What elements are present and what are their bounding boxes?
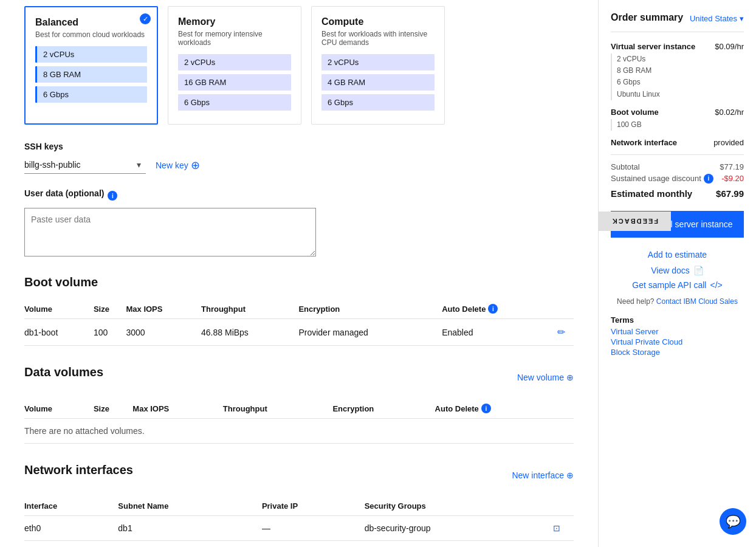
chat-icon: 💬 [726, 514, 741, 529]
country-selector[interactable]: United States ▾ [690, 14, 744, 23]
user-data-textarea[interactable] [24, 208, 316, 256]
need-help-label: Need help? [617, 297, 654, 306]
discount-label-wrapper: Sustained usage discount i [611, 174, 713, 184]
terms-vpc[interactable]: Virtual Private Cloud [611, 337, 744, 346]
add-estimate-button[interactable]: Add to estimate [611, 244, 744, 266]
order-item-boot: Boot volume $0.02/hr 100 GB [611, 108, 744, 131]
ni-col-security-groups: Security Groups [365, 497, 553, 516]
dv-col-volume: Volume [24, 399, 94, 419]
spec-vcpu-memory: 2 vCPUs [178, 54, 291, 71]
profile-desc-balanced: Best for common cloud workloads [35, 30, 147, 39]
profile-title-compute: Compute [321, 16, 435, 27]
order-item-boot-row: Boot volume $0.02/hr [611, 108, 744, 117]
profile-desc-memory: Best for memory intensive workloads [178, 30, 291, 47]
contact-sales-link[interactable]: Contact IBM Cloud Sales [656, 297, 738, 306]
order-item-network: Network interface provided [611, 138, 744, 147]
col-encryption: Encryption [298, 299, 442, 319]
dv-col-encryption: Encryption [332, 399, 435, 419]
network-interfaces-table: Interface Subnet Name Private IP Securit… [24, 497, 574, 541]
country-label: United States [690, 14, 737, 23]
terms-block-storage[interactable]: Block Storage [611, 348, 744, 357]
terms-section: Terms Virtual Server Virtual Private Clo… [611, 315, 744, 357]
data-volumes-header: Data volumes New volume ⊕ [24, 365, 574, 389]
profile-card-balanced[interactable]: Balanced Best for common cloud workloads… [24, 6, 158, 125]
profile-title-balanced: Balanced [35, 17, 147, 28]
network-item-name: Network interface [611, 138, 677, 147]
boot-volume-edit-icon[interactable]: ✏ [557, 327, 565, 337]
col-actions [557, 299, 574, 319]
network-interface-edit-icon[interactable]: ⊡ [553, 523, 560, 533]
new-volume-plus-icon: ⊕ [566, 373, 574, 382]
boot-volume-size: 100 [94, 319, 126, 346]
terms-virtual-server[interactable]: Virtual Server [611, 327, 744, 336]
boot-volume-row: db1-boot 100 3000 46.88 MiBps Provider m… [24, 319, 574, 346]
subtotal-value: $77.19 [720, 162, 744, 171]
subtotal-label: Subtotal [611, 162, 640, 171]
data-volumes-empty-row: There are no attached volumes. [24, 419, 574, 444]
dv-col-throughput: Throughput [223, 399, 333, 419]
vsi-item-price: $0.09/hr [715, 42, 744, 51]
need-help-text: Need help? Contact IBM Cloud Sales [611, 297, 744, 306]
spec-network-compute: 6 Gbps [321, 94, 435, 111]
profile-card-compute[interactable]: Compute Best for workloads with intensiv… [311, 6, 445, 125]
boot-volume-table: Volume Size Max IOPS Throughput Encrypti… [24, 299, 574, 346]
user-data-wrapper: Import user data ⬇ [24, 208, 574, 258]
ni-private-ip: — [262, 516, 365, 541]
network-interfaces-section: Network interfaces New interface ⊕ Inter… [24, 463, 574, 541]
col-throughput: Throughput [201, 299, 298, 319]
boot-volume-section: Boot volume Volume Size Max IOPS Through… [24, 275, 574, 346]
user-data-label-row: User data (optional) i [24, 188, 574, 203]
ni-col-actions [553, 497, 574, 516]
col-volume: Volume [24, 299, 94, 319]
discount-info-icon[interactable]: i [704, 174, 713, 184]
subtotal-row: Subtotal $77.19 [611, 162, 744, 171]
order-divider [611, 154, 744, 155]
dv-auto-delete-label: Auto Delete [435, 404, 479, 413]
ssh-select[interactable]: billg-ssh-public [24, 156, 146, 174]
dv-col-auto-delete: Auto Delete i [435, 399, 574, 419]
col-auto-delete: Auto Delete i [442, 299, 557, 319]
no-volumes-message: There are no attached volumes. [24, 419, 574, 444]
ssh-row: billg-ssh-public New key ⊕ [24, 156, 574, 174]
ni-subnet: db1 [118, 516, 262, 541]
spec-ram-memory: 16 GB RAM [178, 74, 291, 91]
network-interface-row: eth0 db1 — db-security-group ⊡ [24, 516, 574, 541]
network-interfaces-title: Network interfaces [24, 463, 133, 477]
boot-item-name: Boot volume [611, 108, 659, 117]
new-volume-label: New volume [517, 373, 564, 382]
auto-delete-info-icon[interactable]: i [488, 304, 498, 314]
data-volumes-table: Volume Size Max IOPS Throughput Encrypti… [24, 399, 574, 444]
ssh-keys-section: SSH keys billg-ssh-public New key ⊕ [24, 142, 574, 174]
ni-col-interface: Interface [24, 497, 118, 516]
feedback-tab[interactable]: FEEDBACK [598, 212, 671, 231]
boot-volume-iops: 3000 [126, 319, 201, 346]
auto-delete-label: Auto Delete [442, 304, 486, 314]
ni-security-groups: db-security-group [365, 516, 553, 541]
profile-desc-compute: Best for workloads with intensive CPU de… [321, 30, 435, 47]
profile-title-memory: Memory [178, 16, 291, 27]
new-interface-button[interactable]: New interface ⊕ [512, 470, 574, 480]
network-item-price: provided [713, 138, 744, 147]
terms-title: Terms [611, 315, 744, 325]
feedback-label: FEEDBACK [611, 218, 658, 225]
data-volumes-section: Data volumes New volume ⊕ Volume Size Ma… [24, 365, 574, 444]
api-call-label: Get sample API call [632, 280, 706, 290]
data-volumes-title: Data volumes [24, 365, 103, 379]
new-interface-label: New interface [512, 470, 564, 480]
api-call-link[interactable]: Get sample API call </> [611, 280, 744, 290]
dv-col-max-iops: Max IOPS [132, 399, 223, 419]
order-item-network-row: Network interface provided [611, 138, 744, 147]
user-data-info-icon[interactable]: i [108, 191, 117, 201]
dv-auto-delete-info-icon[interactable]: i [481, 404, 491, 413]
profile-card-memory[interactable]: Memory Best for memory intensive workloa… [168, 6, 301, 125]
view-docs-link[interactable]: View docs 📄 [611, 266, 744, 275]
boot-volume-header-row: Volume Size Max IOPS Throughput Encrypti… [24, 299, 574, 319]
code-icon: </> [710, 280, 722, 290]
new-key-button[interactable]: New key ⊕ [156, 159, 200, 172]
col-max-iops: Max IOPS [126, 299, 201, 319]
view-docs-label: View docs [651, 266, 690, 275]
vsi-detail-os: Ubuntu Linux [617, 89, 744, 100]
vsi-item-name: Virtual server instance [611, 42, 695, 51]
chat-button[interactable]: 💬 [720, 508, 746, 535]
new-volume-button[interactable]: New volume ⊕ [517, 373, 574, 382]
